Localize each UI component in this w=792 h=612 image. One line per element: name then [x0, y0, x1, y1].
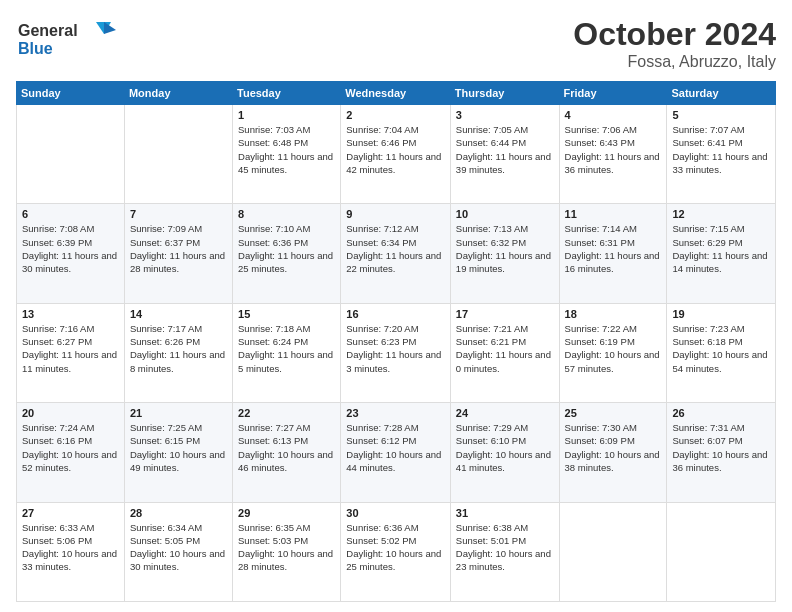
day-detail: Sunrise: 7:14 AMSunset: 6:31 PMDaylight:…: [565, 222, 662, 275]
calendar-cell: 25Sunrise: 7:30 AMSunset: 6:09 PMDayligh…: [559, 403, 667, 502]
day-number: 29: [238, 507, 335, 519]
day-number: 18: [565, 308, 662, 320]
day-number: 8: [238, 208, 335, 220]
day-detail: Sunrise: 7:30 AMSunset: 6:09 PMDaylight:…: [565, 421, 662, 474]
calendar-cell: 18Sunrise: 7:22 AMSunset: 6:19 PMDayligh…: [559, 303, 667, 402]
calendar-cell: 6Sunrise: 7:08 AMSunset: 6:39 PMDaylight…: [17, 204, 125, 303]
day-detail: Sunrise: 7:28 AMSunset: 6:12 PMDaylight:…: [346, 421, 445, 474]
col-thursday: Thursday: [450, 82, 559, 105]
day-detail: Sunrise: 7:07 AMSunset: 6:41 PMDaylight:…: [672, 123, 770, 176]
day-number: 1: [238, 109, 335, 121]
calendar-cell: 26Sunrise: 7:31 AMSunset: 6:07 PMDayligh…: [667, 403, 776, 502]
calendar-cell: 4Sunrise: 7:06 AMSunset: 6:43 PMDaylight…: [559, 105, 667, 204]
day-detail: Sunrise: 7:31 AMSunset: 6:07 PMDaylight:…: [672, 421, 770, 474]
day-detail: Sunrise: 7:18 AMSunset: 6:24 PMDaylight:…: [238, 322, 335, 375]
day-detail: Sunrise: 6:34 AMSunset: 5:05 PMDaylight:…: [130, 521, 227, 574]
main-title: October 2024: [573, 16, 776, 53]
col-monday: Monday: [124, 82, 232, 105]
calendar-cell: 12Sunrise: 7:15 AMSunset: 6:29 PMDayligh…: [667, 204, 776, 303]
day-detail: Sunrise: 7:16 AMSunset: 6:27 PMDaylight:…: [22, 322, 119, 375]
calendar-cell: 9Sunrise: 7:12 AMSunset: 6:34 PMDaylight…: [341, 204, 451, 303]
calendar-cell: 27Sunrise: 6:33 AMSunset: 5:06 PMDayligh…: [17, 502, 125, 601]
calendar-cell: 5Sunrise: 7:07 AMSunset: 6:41 PMDaylight…: [667, 105, 776, 204]
calendar-cell: 17Sunrise: 7:21 AMSunset: 6:21 PMDayligh…: [450, 303, 559, 402]
calendar-cell: 1Sunrise: 7:03 AMSunset: 6:48 PMDaylight…: [233, 105, 341, 204]
day-detail: Sunrise: 7:23 AMSunset: 6:18 PMDaylight:…: [672, 322, 770, 375]
day-detail: Sunrise: 7:10 AMSunset: 6:36 PMDaylight:…: [238, 222, 335, 275]
day-detail: Sunrise: 7:09 AMSunset: 6:37 PMDaylight:…: [130, 222, 227, 275]
calendar-cell: 29Sunrise: 6:35 AMSunset: 5:03 PMDayligh…: [233, 502, 341, 601]
day-number: 7: [130, 208, 227, 220]
day-number: 20: [22, 407, 119, 419]
day-number: 9: [346, 208, 445, 220]
day-detail: Sunrise: 7:06 AMSunset: 6:43 PMDaylight:…: [565, 123, 662, 176]
day-detail: Sunrise: 7:08 AMSunset: 6:39 PMDaylight:…: [22, 222, 119, 275]
day-detail: Sunrise: 7:17 AMSunset: 6:26 PMDaylight:…: [130, 322, 227, 375]
day-number: 3: [456, 109, 554, 121]
calendar-cell: 20Sunrise: 7:24 AMSunset: 6:16 PMDayligh…: [17, 403, 125, 502]
day-number: 25: [565, 407, 662, 419]
svg-marker-3: [104, 22, 116, 34]
day-number: 28: [130, 507, 227, 519]
calendar-cell: [17, 105, 125, 204]
calendar-cell: 16Sunrise: 7:20 AMSunset: 6:23 PMDayligh…: [341, 303, 451, 402]
day-number: 24: [456, 407, 554, 419]
col-saturday: Saturday: [667, 82, 776, 105]
day-detail: Sunrise: 7:25 AMSunset: 6:15 PMDaylight:…: [130, 421, 227, 474]
col-tuesday: Tuesday: [233, 82, 341, 105]
calendar-cell: 19Sunrise: 7:23 AMSunset: 6:18 PMDayligh…: [667, 303, 776, 402]
calendar-cell: 3Sunrise: 7:05 AMSunset: 6:44 PMDaylight…: [450, 105, 559, 204]
calendar-cell: 24Sunrise: 7:29 AMSunset: 6:10 PMDayligh…: [450, 403, 559, 502]
day-number: 30: [346, 507, 445, 519]
calendar-cell: 14Sunrise: 7:17 AMSunset: 6:26 PMDayligh…: [124, 303, 232, 402]
week-row-1: 1Sunrise: 7:03 AMSunset: 6:48 PMDaylight…: [17, 105, 776, 204]
day-number: 6: [22, 208, 119, 220]
calendar-cell: [559, 502, 667, 601]
day-number: 21: [130, 407, 227, 419]
svg-text:General: General: [18, 22, 78, 39]
day-detail: Sunrise: 7:03 AMSunset: 6:48 PMDaylight:…: [238, 123, 335, 176]
day-detail: Sunrise: 7:22 AMSunset: 6:19 PMDaylight:…: [565, 322, 662, 375]
svg-text:Blue: Blue: [18, 40, 53, 57]
calendar-cell: 22Sunrise: 7:27 AMSunset: 6:13 PMDayligh…: [233, 403, 341, 502]
day-detail: Sunrise: 7:15 AMSunset: 6:29 PMDaylight:…: [672, 222, 770, 275]
day-detail: Sunrise: 7:20 AMSunset: 6:23 PMDaylight:…: [346, 322, 445, 375]
day-number: 12: [672, 208, 770, 220]
day-number: 11: [565, 208, 662, 220]
col-wednesday: Wednesday: [341, 82, 451, 105]
day-number: 14: [130, 308, 227, 320]
day-detail: Sunrise: 6:38 AMSunset: 5:01 PMDaylight:…: [456, 521, 554, 574]
col-friday: Friday: [559, 82, 667, 105]
day-number: 27: [22, 507, 119, 519]
header: General Blue October 2024 Fossa, Abruzzo…: [16, 16, 776, 71]
calendar-cell: 7Sunrise: 7:09 AMSunset: 6:37 PMDaylight…: [124, 204, 232, 303]
day-detail: Sunrise: 7:24 AMSunset: 6:16 PMDaylight:…: [22, 421, 119, 474]
day-number: 5: [672, 109, 770, 121]
calendar-cell: 2Sunrise: 7:04 AMSunset: 6:46 PMDaylight…: [341, 105, 451, 204]
calendar-cell: 10Sunrise: 7:13 AMSunset: 6:32 PMDayligh…: [450, 204, 559, 303]
day-number: 10: [456, 208, 554, 220]
day-number: 31: [456, 507, 554, 519]
page: General Blue October 2024 Fossa, Abruzzo…: [0, 0, 792, 612]
week-row-3: 13Sunrise: 7:16 AMSunset: 6:27 PMDayligh…: [17, 303, 776, 402]
calendar-cell: [124, 105, 232, 204]
day-number: 26: [672, 407, 770, 419]
col-sunday: Sunday: [17, 82, 125, 105]
logo: General Blue: [16, 16, 126, 64]
day-detail: Sunrise: 6:33 AMSunset: 5:06 PMDaylight:…: [22, 521, 119, 574]
logo-icon: General Blue: [16, 16, 126, 60]
week-row-2: 6Sunrise: 7:08 AMSunset: 6:39 PMDaylight…: [17, 204, 776, 303]
calendar-cell: 8Sunrise: 7:10 AMSunset: 6:36 PMDaylight…: [233, 204, 341, 303]
day-number: 23: [346, 407, 445, 419]
day-number: 15: [238, 308, 335, 320]
day-detail: Sunrise: 7:12 AMSunset: 6:34 PMDaylight:…: [346, 222, 445, 275]
day-number: 2: [346, 109, 445, 121]
calendar-cell: 11Sunrise: 7:14 AMSunset: 6:31 PMDayligh…: [559, 204, 667, 303]
calendar-cell: 21Sunrise: 7:25 AMSunset: 6:15 PMDayligh…: [124, 403, 232, 502]
calendar-cell: 23Sunrise: 7:28 AMSunset: 6:12 PMDayligh…: [341, 403, 451, 502]
day-number: 16: [346, 308, 445, 320]
calendar-cell: 15Sunrise: 7:18 AMSunset: 6:24 PMDayligh…: [233, 303, 341, 402]
day-detail: Sunrise: 7:13 AMSunset: 6:32 PMDaylight:…: [456, 222, 554, 275]
week-row-5: 27Sunrise: 6:33 AMSunset: 5:06 PMDayligh…: [17, 502, 776, 601]
calendar-header-row: Sunday Monday Tuesday Wednesday Thursday…: [17, 82, 776, 105]
